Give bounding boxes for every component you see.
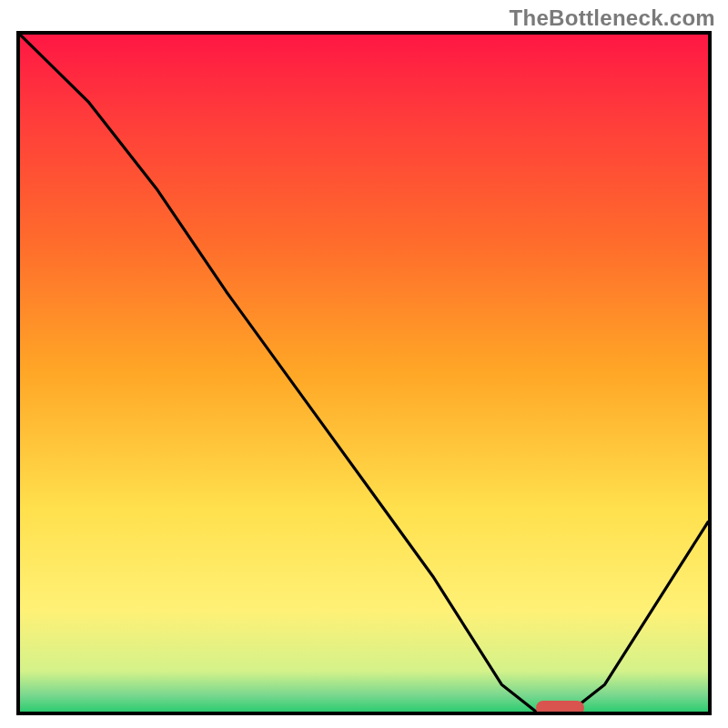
plot-area <box>16 31 712 715</box>
chart-frame: TheBottleneck.com <box>0 0 728 728</box>
plot-svg <box>20 35 708 712</box>
gradient-fill <box>20 35 708 712</box>
watermark-label: TheBottleneck.com <box>510 5 715 31</box>
marker-pill <box>536 701 584 712</box>
